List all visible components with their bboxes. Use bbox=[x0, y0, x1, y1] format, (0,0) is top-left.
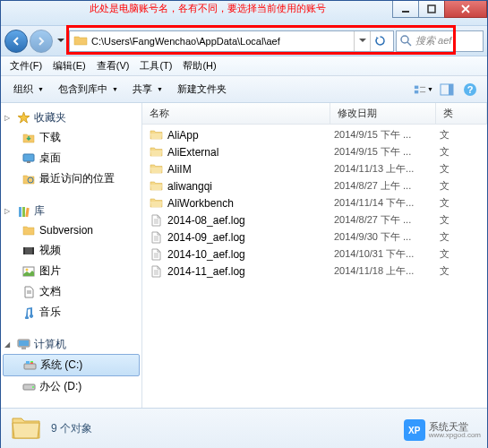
file-date: 2014/8/27 上午 ... bbox=[334, 179, 440, 193]
star-icon bbox=[15, 111, 31, 125]
annotation-text: 此处是电脑账号名，各有不同，要选择当前使用的账号 bbox=[90, 2, 326, 15]
file-type: 文 bbox=[440, 162, 449, 176]
forward-button[interactable] bbox=[30, 30, 53, 53]
address-path: C:\Users\FangWenchao\AppData\Local\aef bbox=[91, 36, 280, 47]
folder-icon bbox=[73, 34, 88, 48]
svg-rect-1 bbox=[428, 5, 435, 13]
computer-icon bbox=[15, 338, 31, 352]
drive-icon bbox=[21, 358, 38, 373]
svg-rect-5 bbox=[415, 90, 418, 93]
file-icon bbox=[148, 213, 164, 228]
sidebar-drive-d[interactable]: 办公 (D:) bbox=[1, 376, 141, 397]
back-button[interactable] bbox=[4, 30, 28, 53]
help-button[interactable]: ? bbox=[460, 80, 480, 99]
file-date: 2014/11/18 上午... bbox=[334, 264, 440, 278]
newfolder-button[interactable]: 新建文件夹 bbox=[172, 80, 232, 99]
file-icon bbox=[148, 230, 164, 245]
picture-icon bbox=[21, 264, 37, 279]
column-headers: 名称 修改日期 类 bbox=[142, 103, 487, 125]
sidebar-libraries[interactable]: ▷库 bbox=[1, 202, 141, 220]
column-date[interactable]: 修改日期 bbox=[330, 103, 436, 124]
document-icon bbox=[21, 285, 37, 299]
file-type: 文 bbox=[440, 230, 449, 244]
svg-rect-13 bbox=[27, 161, 30, 163]
folder-icon bbox=[148, 128, 164, 142]
svg-rect-29 bbox=[26, 361, 30, 364]
address-dropdown[interactable] bbox=[354, 31, 370, 51]
file-icon bbox=[148, 247, 164, 262]
column-name[interactable]: 名称 bbox=[142, 103, 330, 124]
sidebar-music[interactable]: 音乐 bbox=[1, 302, 141, 323]
sidebar-documents[interactable]: 文档 bbox=[1, 281, 141, 302]
refresh-button[interactable] bbox=[370, 31, 390, 51]
file-type: 文 bbox=[440, 196, 449, 210]
address-bar[interactable]: C:\Users\FangWenchao\AppData\Local\aef bbox=[69, 30, 394, 52]
file-row[interactable]: AliIM2014/11/13 上午...文 bbox=[142, 160, 487, 177]
svg-rect-17 bbox=[25, 207, 29, 216]
sidebar-pictures[interactable]: 图片 bbox=[1, 261, 141, 281]
search-input[interactable]: 搜索 aef bbox=[396, 30, 484, 52]
file-date: 2014/11/14 下午... bbox=[334, 196, 440, 210]
menu-tools[interactable]: 工具(T) bbox=[134, 57, 177, 74]
folder-icon bbox=[148, 145, 164, 159]
file-type: 文 bbox=[440, 264, 449, 278]
menu-file[interactable]: 文件(F) bbox=[4, 57, 47, 74]
menu-help[interactable]: 帮助(H) bbox=[177, 57, 221, 74]
file-row[interactable]: 2014-08_aef.log2014/8/27 下午 ...文 bbox=[142, 211, 487, 228]
file-row[interactable]: AliWorkbench2014/11/14 下午...文 bbox=[142, 194, 487, 211]
svg-point-33 bbox=[32, 386, 34, 388]
file-type: 文 bbox=[440, 145, 449, 159]
file-name: 2014-08_aef.log bbox=[167, 214, 334, 227]
sidebar-favorites[interactable]: ▷收藏夹 bbox=[1, 108, 141, 127]
minimize-button[interactable] bbox=[392, 1, 419, 18]
file-list: AliApp2014/9/15 下午 ...文AliExternal2014/9… bbox=[142, 125, 487, 281]
file-name: AliApp bbox=[167, 129, 334, 142]
maximize-button[interactable] bbox=[418, 1, 445, 18]
watermark-logo: XP bbox=[404, 419, 425, 441]
sidebar-downloads[interactable]: 下载 bbox=[1, 127, 141, 148]
organize-button[interactable]: 组织▼ bbox=[8, 80, 49, 99]
sidebar-desktop[interactable]: 桌面 bbox=[1, 148, 141, 168]
sidebar-videos[interactable]: 视频 bbox=[1, 240, 141, 261]
sidebar-recent[interactable]: 最近访问的位置 bbox=[1, 168, 141, 189]
file-row[interactable]: AliExternal2014/9/15 下午 ...文 bbox=[142, 143, 487, 160]
include-button[interactable]: 包含到库中▼ bbox=[53, 80, 124, 99]
folder-icon bbox=[148, 162, 164, 177]
column-type[interactable]: 类 bbox=[436, 103, 487, 124]
folder-icon bbox=[10, 413, 42, 445]
file-date: 2014/9/30 下午 ... bbox=[334, 230, 440, 244]
explorer-window: C:\Users\FangWenchao\AppData\Local\aef 搜… bbox=[0, 0, 488, 448]
svg-rect-27 bbox=[21, 347, 26, 349]
svg-rect-19 bbox=[23, 247, 25, 254]
file-pane: 名称 修改日期 类 AliApp2014/9/15 下午 ...文AliExte… bbox=[142, 103, 487, 408]
file-row[interactable]: AliApp2014/9/15 下午 ...文 bbox=[142, 126, 487, 143]
library-icon bbox=[15, 204, 31, 219]
svg-text:?: ? bbox=[467, 84, 474, 95]
file-row[interactable]: 2014-09_aef.log2014/9/30 下午 ...文 bbox=[142, 228, 487, 246]
close-button[interactable] bbox=[444, 1, 487, 18]
file-type: 文 bbox=[440, 213, 449, 227]
view-options-button[interactable]: ▼ bbox=[414, 80, 433, 99]
folder-icon bbox=[148, 196, 164, 211]
file-type: 文 bbox=[440, 179, 449, 193]
file-row[interactable]: 2014-11_aef.log2014/11/18 上午...文 bbox=[142, 263, 487, 280]
sidebar-drive-c[interactable]: 系统 (C:) bbox=[3, 354, 140, 376]
svg-rect-28 bbox=[24, 364, 36, 369]
file-row[interactable]: aliwangqi2014/8/27 上午 ...文 bbox=[142, 177, 487, 194]
file-date: 2014/8/27 下午 ... bbox=[334, 213, 440, 227]
menu-view[interactable]: 查看(V) bbox=[91, 57, 135, 74]
menu-edit[interactable]: 编辑(E) bbox=[47, 57, 91, 74]
svg-rect-16 bbox=[22, 207, 25, 217]
sidebar-computer[interactable]: ◢计算机 bbox=[1, 335, 141, 354]
preview-pane-button[interactable] bbox=[437, 80, 457, 99]
drive-icon bbox=[21, 380, 37, 394]
share-button[interactable]: 共享▼ bbox=[127, 80, 168, 99]
sidebar-subversion[interactable]: Subversion bbox=[1, 220, 141, 240]
recent-icon bbox=[21, 172, 37, 186]
svg-rect-9 bbox=[449, 84, 453, 95]
file-row[interactable]: 2014-10_aef.log2014/10/31 下午...文 bbox=[142, 246, 487, 263]
file-icon bbox=[148, 264, 164, 279]
desktop-icon bbox=[21, 151, 37, 166]
file-name: aliwangqi bbox=[167, 180, 334, 193]
history-dropdown[interactable] bbox=[55, 32, 67, 50]
